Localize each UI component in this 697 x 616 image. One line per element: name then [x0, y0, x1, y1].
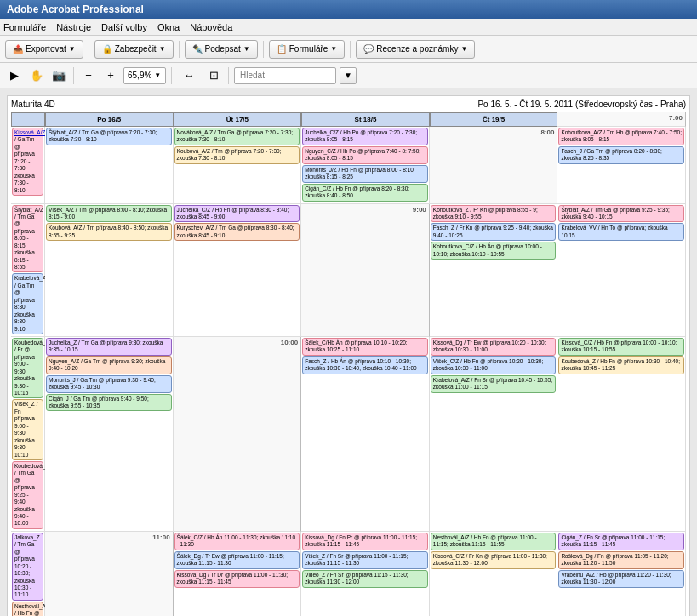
- event[interactable]: Šálek_C/Z / Hb Án 11:00 - 11:30; zkouška…: [174, 533, 300, 550]
- main-content[interactable]: Maturita 4D Po 16. 5. - Čt 19. 5. 2011 (…: [0, 88, 697, 616]
- event[interactable]: Cigán_J / Ga Tm @ příprava 9:40 - 9:50; …: [46, 394, 172, 412]
- event[interactable]: Kuryschev_A/Z / Tm Ga @ příprava 8:30 - …: [174, 223, 300, 241]
- event[interactable]: Nesthovál_A/Z / Hb Fn @ příprava 11:00 -…: [431, 533, 557, 550]
- cell-thu-1000: Jalkova_Z / Tm Ga @ příprava 10:20 - 10:…: [11, 532, 45, 616]
- separator-2: [179, 41, 180, 58]
- event[interactable]: Víšek_A/Z / Tm @ příprava 8:00 - 8:10; z…: [46, 205, 172, 223]
- event[interactable]: Nguyen_C/Z / Hb Po @ příprava 7:40 - 8: …: [302, 146, 428, 164]
- zoom-display[interactable]: 65,9% ▼: [123, 67, 166, 84]
- title-bar: Adobe Acrobat Professional: [0, 0, 697, 19]
- event[interactable]: Krabelová_VV / Hn To @ příprava; zkouška…: [558, 223, 684, 241]
- day-header-wed: St 18/5: [301, 112, 430, 127]
- select-tool-button[interactable]: ▶: [5, 66, 24, 85]
- event[interactable]: Cigán_Z / Fn Sr @ příprava 11:00 - 11:15…: [558, 533, 684, 550]
- zoom-out-button[interactable]: −: [79, 66, 98, 85]
- event[interactable]: Koubedová_Z / Hb Fn @ příprava 10:30 - 1…: [558, 356, 684, 374]
- event[interactable]: Rašková_Dg / Fn @ příprava 11:05 - 11:20…: [558, 551, 684, 569]
- event[interactable]: Cigán_C/Z / Hb Fn @ příprava 8:20 - 8:30…: [302, 184, 428, 202]
- event[interactable]: Kissová_C/Z / Hb Fn @ příprava 10:00 - 1…: [558, 338, 684, 356]
- nav-sep-3: [228, 67, 229, 84]
- secure-button[interactable]: 🔒 Zabezpečit ▼: [94, 40, 174, 59]
- day-header-tue: Út 17/5: [174, 112, 302, 127]
- review-arrow: ▼: [460, 45, 467, 53]
- event[interactable]: Fasch_J / Ga Tm @ příprava 8:20 - 8:30; …: [558, 146, 684, 164]
- event[interactable]: Koubová_A/Z / Tm příprava 8:40 - 8:50; z…: [46, 223, 172, 241]
- menu-formulare[interactable]: Formuláře: [3, 22, 46, 32]
- calendar-subtitle: Po 16. 5. - Čt 19. 5. 2011 (Středoevrops…: [477, 100, 686, 109]
- event[interactable]: Krabelová_A/Z / Ga Tm @ příprava 8:30; z…: [12, 273, 43, 334]
- sign-arrow: ▼: [243, 45, 250, 53]
- cell-mon-900: Kohoutkova_Z / Fr Kn @ příprava 8:55 - 9…: [430, 204, 558, 337]
- menu-okna[interactable]: Okna: [157, 22, 180, 32]
- cell-tue-700: Štýblat_A/Z / Tm Ga @ příprava 7:20 - 7:…: [45, 127, 174, 204]
- pen-icon: ✒️: [192, 44, 203, 54]
- cell-wed-1000: Kissová_C/Z / Hb Fn @ příprava 10:00 - 1…: [557, 337, 686, 532]
- export-arrow: ▼: [69, 45, 76, 53]
- review-button[interactable]: 💬 Recenze a poznámky ▼: [356, 40, 475, 59]
- event[interactable]: Kissová_Dg / Tr Dr @ příprava 11:00 - 11…: [174, 570, 300, 588]
- event[interactable]: Video_Z / Fn Sr @ příprava 11:15 - 11:30…: [302, 570, 428, 588]
- calendar: Maturita 4D Po 16. 5. - Čt 19. 5. 2011 (…: [7, 95, 690, 616]
- time-1000: 10:00: [174, 337, 302, 532]
- app-title: Adobe Acrobat Professional: [7, 3, 144, 15]
- event[interactable]: Nesthovál_A/Z / Hb Fn @ příprava 10:20; …: [12, 602, 43, 616]
- cell-thu-900: Juchelka_Z / Tm Ga @ příprava 9:30; zkou…: [45, 337, 174, 532]
- forms-icon: 📋: [277, 44, 287, 54]
- fit-width-button[interactable]: ↔: [177, 66, 201, 85]
- event[interactable]: Štýblat_A/Z / Tm Ga @ příprava 9:25 - 9:…: [558, 205, 684, 223]
- event[interactable]: Víšek_Z / Fn příprava 9:00 - 9:30; zkouš…: [12, 399, 43, 460]
- hand-tool-button[interactable]: ✋: [27, 66, 46, 85]
- snapshot-button[interactable]: 📷: [49, 66, 68, 85]
- fit-page-button[interactable]: ⊡: [204, 66, 223, 85]
- event[interactable]: Fasch_Z / Hb Án @ příprava 10:10 - 10:30…: [302, 356, 428, 374]
- event[interactable]: Víšek_C/Z / Hb Fn @ příprava 10:20 - 10:…: [431, 356, 557, 374]
- event[interactable]: Vrábelnú_A/Z / Hb @ příprava 11:20 - 11:…: [558, 570, 684, 588]
- event[interactable]: Šrýblat_A/Z / Tm Ga @ příprava 8:05 - 8:…: [12, 205, 43, 273]
- event[interactable]: Monorits_J / Ga Tm @ příprava 9:30 - 9:4…: [46, 375, 172, 393]
- calendar-grid: Po 16/5 Út 17/5 St 18/5 Čt 19/5 7:00 Kis…: [11, 112, 686, 616]
- search-input[interactable]: [234, 67, 336, 84]
- event[interactable]: Kohoutkova_C/Z / Hb Án @ příprava 10:00 …: [431, 242, 557, 260]
- review-icon: 💬: [363, 44, 374, 54]
- event[interactable]: Nguyen_A/Z / Ga Tm @ příprava 9:30; zkou…: [46, 356, 172, 374]
- forms-button[interactable]: 📋 Formuláře ▼: [269, 40, 346, 59]
- secure-arrow: ▼: [159, 45, 166, 53]
- event[interactable]: Fasch_Z / Fr Kn @ příprava 9:25 - 9:40; …: [431, 223, 557, 241]
- separator-3: [263, 41, 264, 58]
- event[interactable]: Nováková_A/Z / Tm Ga @ příprava 7:20 - 7…: [174, 128, 300, 145]
- separator-1: [89, 41, 89, 58]
- forms-arrow: ▼: [330, 45, 337, 53]
- event[interactable]: Koubedová_Z / Fr @ příprava 9:00 - 9:30;…: [12, 338, 43, 399]
- event[interactable]: Juchelka_Z / Tm Ga @ příprava 9:30; zkou…: [46, 338, 172, 356]
- export-button[interactable]: 📤 Exportovat ▼: [5, 40, 83, 59]
- menu-napoveda[interactable]: Nápověda: [190, 22, 232, 32]
- event[interactable]: Kissová_Dg / Fn Pr @ příprava 11:00 - 11…: [302, 533, 428, 550]
- event[interactable]: Krabelová_A/Z / Fn Sr @ příprava 10:45 -…: [431, 375, 557, 393]
- search-dropdown[interactable]: ▼: [340, 67, 357, 84]
- menu-dalsi[interactable]: Další volby: [101, 22, 147, 32]
- event[interactable]: Jalkova_Z / Tm Ga @ příprava 10:20 - 10:…: [12, 533, 43, 601]
- event[interactable]: Koubedová_A/Z / Tm Ga @ příprava 9:25 - …: [12, 461, 43, 529]
- event[interactable]: Kissová_A/Z / Ga Tm @ příprava 7: 20 - 7…: [12, 128, 43, 196]
- sign-button[interactable]: ✒️ Podepsat ▼: [185, 40, 258, 59]
- day-header-mon: Po 16/5: [45, 112, 174, 127]
- zoom-in-button[interactable]: +: [101, 66, 120, 85]
- event[interactable]: Monorits_J/Z / Hb Fn @ příprava 8:00 - 8…: [302, 165, 428, 183]
- event[interactable]: Kohoutkova_Z / Fr Kn @ příprava 8:55 - 9…: [431, 205, 557, 223]
- time-700: 7:00: [557, 112, 686, 127]
- cell-mon-800: Kohoutkova_A/Z / Tm Hb @ příprava 7:40 -…: [557, 127, 686, 204]
- event[interactable]: Kissová_Dg / Tr Ew @ příprava 10:20 - 10…: [431, 338, 557, 356]
- event[interactable]: Koubová_A/Z / Tm @ příprava 7:20 - 7:30;…: [174, 146, 300, 164]
- event[interactable]: Šálek_C/Hb Án @ příprava 10:10 - 10:20; …: [302, 338, 428, 356]
- event[interactable]: Kohoutkova_A/Z / Tm Hb @ příprava 7:40 -…: [558, 128, 684, 145]
- event[interactable]: Víšek_Z / Fn Sr @ příprava 11:00 - 11:15…: [302, 551, 428, 569]
- event[interactable]: Kissová_C/Z / Fr Kn @ příprava 11:00 - 1…: [431, 551, 557, 569]
- menu-nastroje[interactable]: Nástroje: [56, 22, 91, 32]
- event[interactable]: Šálek_Dg / Tr Ew @ příprava 11:00 - 11:1…: [174, 551, 300, 569]
- lock-icon: 🔒: [102, 44, 112, 54]
- nav-sep-2: [171, 67, 172, 84]
- event[interactable]: Juchelka_C/Z / Hb Fn @ příprava 8:30 - 8…: [174, 205, 300, 223]
- event[interactable]: Juchelka_C/Z / Hb Po @ příprava 7:20 - 7…: [302, 128, 428, 145]
- event[interactable]: Štýblat_A/Z / Tm Ga @ příprava 7:20 - 7:…: [46, 128, 172, 145]
- cell-thu-800: Juchelka_C/Z / Hb Fn @ příprava 8:30 - 8…: [174, 204, 302, 337]
